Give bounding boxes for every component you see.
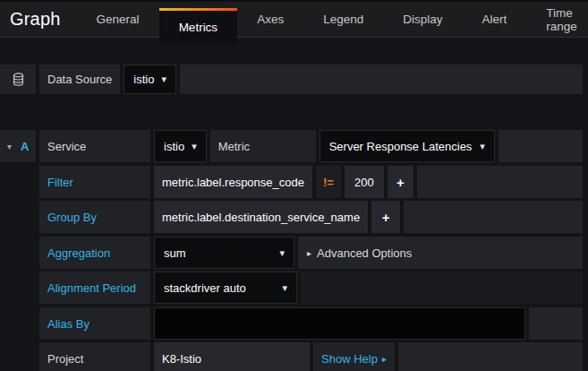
filter-operator-segment[interactable]: !=	[316, 166, 341, 198]
group-by-label[interactable]: Group By	[39, 201, 150, 233]
group-by-segment[interactable]: metric.label.destination_service_name	[154, 201, 368, 233]
filter-row: Filter metric.label.response_code != 200…	[0, 166, 583, 198]
row-filler	[499, 130, 583, 162]
datasource-row: Data Source istio ▾	[0, 65, 583, 94]
datasource-select[interactable]: istio ▾	[124, 65, 176, 94]
metric-label: Metric	[210, 130, 316, 162]
filter-label[interactable]: Filter	[39, 166, 150, 198]
panel-editor-tabbar: Graph General Metrics Axes Legend Displa…	[0, 0, 588, 38]
datasource-label: Data Source	[39, 65, 120, 94]
tab-axes[interactable]: Axes	[237, 2, 303, 37]
tab-general[interactable]: General	[77, 2, 159, 37]
row-gutter	[0, 237, 36, 269]
metric-select[interactable]: Server Response Latencies ▾	[320, 130, 495, 162]
add-filter-button[interactable]: +	[388, 166, 413, 198]
page-title: Graph	[0, 9, 77, 30]
project-label: Project	[39, 342, 150, 371]
alias-by-input[interactable]	[154, 307, 525, 340]
caret-down-icon: ▾	[480, 142, 485, 151]
row-gutter	[0, 201, 36, 233]
row-filler	[417, 166, 583, 198]
database-icon	[0, 65, 36, 94]
tab-alert[interactable]: Alert	[462, 2, 526, 37]
alias-by-label[interactable]: Alias By	[39, 307, 150, 340]
tab-metrics[interactable]: Metrics	[159, 8, 238, 44]
group-by-row: Group By metric.label.destination_servic…	[0, 201, 583, 233]
filter-key-segment[interactable]: metric.label.response_code	[154, 166, 312, 198]
project-row: Project K8-Istio Show Help ▸	[0, 342, 583, 371]
service-select[interactable]: istio ▾	[154, 130, 207, 162]
alignment-period-label[interactable]: Alignment Period	[39, 272, 150, 304]
service-label: Service	[39, 130, 150, 162]
alignment-period-select[interactable]: stackdriver auto ▾	[154, 272, 297, 304]
tab-time-range[interactable]: Time range	[526, 2, 588, 37]
project-value[interactable]: K8-Istio	[154, 342, 310, 371]
row-filler	[404, 201, 583, 233]
caret-down-icon: ▾	[279, 248, 285, 258]
row-filler	[301, 272, 583, 304]
caret-right-icon: ▸	[382, 354, 387, 364]
caret-down-icon: ▾	[192, 142, 197, 151]
row-filler	[398, 342, 583, 371]
collapse-caret-icon: ▾	[7, 142, 12, 151]
tab-legend[interactable]: Legend	[303, 2, 383, 37]
caret-down-icon: ▾	[161, 74, 166, 84]
tab-display[interactable]: Display	[383, 2, 462, 37]
filter-value-segment[interactable]: 200	[345, 166, 384, 198]
aggregation-row: Aggregation sum ▾ ▸ Advanced Options	[0, 237, 583, 269]
row-filler	[529, 307, 583, 340]
row-gutter	[0, 166, 36, 198]
advanced-options-toggle[interactable]: ▸ Advanced Options	[298, 237, 583, 269]
show-help-link[interactable]: Show Help ▸	[313, 342, 395, 371]
row-gutter	[0, 307, 36, 340]
add-group-by-button[interactable]: +	[371, 201, 400, 233]
query-ref-letter: A	[21, 140, 29, 153]
alignment-period-row: Alignment Period stackdriver auto ▾	[0, 272, 583, 304]
caret-down-icon: ▾	[282, 283, 287, 293]
alias-by-row: Alias By	[0, 307, 583, 340]
row-gutter	[0, 272, 36, 304]
aggregation-select[interactable]: sum ▾	[154, 237, 294, 269]
row-gutter	[0, 342, 36, 371]
service-row: ▾ A Service istio ▾ Metric Server Respon…	[0, 130, 583, 162]
query-ref-toggle[interactable]: ▾ A	[0, 130, 36, 162]
aggregation-label[interactable]: Aggregation	[39, 237, 150, 269]
caret-right-icon: ▸	[307, 248, 311, 258]
row-filler	[180, 65, 583, 94]
